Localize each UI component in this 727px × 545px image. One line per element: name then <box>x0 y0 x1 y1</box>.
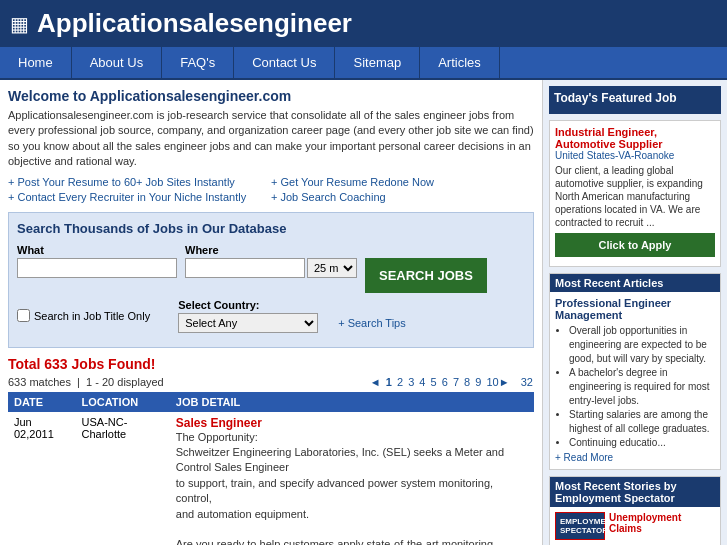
welcome-body: Applicationsalesengineer.com is job-rese… <box>8 108 534 170</box>
spectator-article-title[interactable]: Unemployment Claims <box>609 512 715 534</box>
where-label: Where <box>185 244 357 256</box>
featured-job-header: Today's Featured Job <box>549 86 721 114</box>
job-date: Jun 02,2011 <box>8 412 76 545</box>
matches-count: 633 matches <box>8 376 71 388</box>
featured-job-title[interactable]: Industrial Engineer, Automotive Supplier <box>555 126 715 150</box>
pagination-last[interactable]: 32 <box>521 376 533 388</box>
featured-job-location: United States-VA-Roanoke <box>555 150 715 161</box>
apply-button[interactable]: Click to Apply <box>555 233 715 257</box>
pagination-7[interactable]: 7 <box>453 376 459 388</box>
nav-home[interactable]: Home <box>0 47 72 78</box>
featured-job-desc: Our client, a leading global automotive … <box>555 164 715 229</box>
table-row: Jun 02,2011 USA-NC-Charlotte Sales Engin… <box>8 412 534 545</box>
promo-links-left: + Post Your Resume to 60+ Job Sites Inst… <box>8 176 271 206</box>
spectator-content: Unemployment Claims <box>609 512 715 534</box>
search-row-main: What Where 25 mi 10 mi 50 mi 100 mi <box>17 244 525 293</box>
col-detail: JOB DETAIL <box>170 392 534 412</box>
right-sidebar: Today's Featured Job Industrial Engineer… <box>542 80 727 545</box>
contact-recruiter-link[interactable]: + Contact Every Recruiter in Your Niche … <box>8 191 271 203</box>
job-title-only-checkbox[interactable] <box>17 309 30 322</box>
article-bullet-2: A bachelor's degree in engineering is re… <box>569 366 715 408</box>
results-info: 633 matches | 1 - 20 displayed <box>8 376 164 388</box>
spectator-heading: Most Recent Stories by Employment Specta… <box>550 477 720 507</box>
col-location: LOCATION <box>76 392 170 412</box>
col-date: DATE <box>8 392 76 412</box>
country-label: Select Country: <box>178 299 406 311</box>
search-heading: Search Thousands of Jobs in Our Database <box>17 221 525 236</box>
post-resume-link[interactable]: + Post Your Resume to 60+ Job Sites Inst… <box>8 176 271 188</box>
where-field: Where 25 mi 10 mi 50 mi 100 mi <box>185 244 357 278</box>
nav-articles[interactable]: Articles <box>420 47 500 78</box>
results-section: Total 633 Jobs Found! 633 matches | 1 - … <box>8 356 534 545</box>
main-container: Welcome to Applicationsalesengineer.com … <box>0 80 727 545</box>
results-heading: Total 633 Jobs Found! <box>8 356 534 372</box>
search-section: Search Thousands of Jobs in Our Database… <box>8 212 534 348</box>
search-jobs-button[interactable]: SEARCH JOBS <box>365 258 487 293</box>
table-header-row: DATE LOCATION JOB DETAIL <box>8 392 534 412</box>
pagination-1[interactable]: 1 <box>386 376 392 388</box>
read-more-link[interactable]: + Read More <box>555 452 613 463</box>
spectator-row: EMPLOYMENT SPECTATOR Unemployment Claims <box>555 512 715 540</box>
search-row-options: Search in Job Title Only Select Country:… <box>17 299 525 333</box>
search-tips-link[interactable]: + Search Tips <box>338 317 406 329</box>
article-bullets: Overall job opportunities in engineering… <box>569 324 715 450</box>
featured-heading: Today's Featured Job <box>554 91 716 105</box>
article-bullet-3: Starting salaries are among the highest … <box>569 408 715 436</box>
promo-links: + Post Your Resume to 60+ Job Sites Inst… <box>8 176 534 206</box>
nav-sitemap[interactable]: Sitemap <box>335 47 420 78</box>
site-title: Applicationsalesengineer <box>37 8 352 39</box>
article-bullet-1: Overall job opportunities in engineering… <box>569 324 715 366</box>
pagination-8[interactable]: 8 <box>464 376 470 388</box>
main-nav: Home About Us FAQ's Contact Us Sitemap A… <box>0 47 727 80</box>
what-input[interactable] <box>17 258 177 278</box>
pagination-9[interactable]: 9 <box>475 376 481 388</box>
promo-links-right: + Get Your Resume Redone Now + Job Searc… <box>271 176 534 206</box>
nav-about[interactable]: About Us <box>72 47 162 78</box>
logo-icon: ▦ <box>10 12 29 36</box>
job-detail: Sales Engineer The Opportunity:Schweitze… <box>170 412 534 545</box>
welcome-heading: Welcome to Applicationsalesengineer.com <box>8 88 534 104</box>
recent-articles-section: Most Recent Articles Professional Engine… <box>549 273 721 470</box>
spectator-section: Most Recent Stories by Employment Specta… <box>549 476 721 545</box>
country-select-group: Select Country: Select Any + Search Tips <box>178 299 406 333</box>
pagination-4[interactable]: 4 <box>419 376 425 388</box>
country-select[interactable]: Select Any <box>178 313 318 333</box>
article-title[interactable]: Professional Engineer Management <box>555 297 715 321</box>
welcome-section: Welcome to Applicationsalesengineer.com … <box>8 88 534 206</box>
pagination-2[interactable]: 2 <box>397 376 403 388</box>
pagination-3[interactable]: 3 <box>408 376 414 388</box>
what-label: What <box>17 244 177 256</box>
country-row: Select Country: Select Any + Search Tips <box>178 299 406 333</box>
resume-redone-link[interactable]: + Get Your Resume Redone Now <box>271 176 534 188</box>
display-range: 1 - 20 displayed <box>86 376 164 388</box>
miles-select[interactable]: 25 mi 10 mi 50 mi 100 mi <box>307 258 357 278</box>
pagination-prev[interactable]: ◄ <box>370 376 381 388</box>
articles-heading: Most Recent Articles <box>550 274 720 292</box>
job-title-only-label: Search in Job Title Only <box>34 310 150 322</box>
nav-faq[interactable]: FAQ's <box>162 47 234 78</box>
article-bullet-4: Continuing educatio... <box>569 436 715 450</box>
job-location: USA-NC-Charlotte <box>76 412 170 545</box>
jobs-table: DATE LOCATION JOB DETAIL Jun 02,2011 USA… <box>8 392 534 545</box>
job-description: The Opportunity:Schweitzer Engineering L… <box>176 430 528 545</box>
left-content: Welcome to Applicationsalesengineer.com … <box>0 80 542 545</box>
pagination-6[interactable]: 6 <box>442 376 448 388</box>
job-coaching-link[interactable]: + Job Search Coaching <box>271 191 534 203</box>
job-title[interactable]: Sales Engineer <box>176 416 528 430</box>
nav-contact[interactable]: Contact Us <box>234 47 335 78</box>
what-field: What <box>17 244 177 278</box>
pagination-5[interactable]: 5 <box>431 376 437 388</box>
pagination: ◄ 1 2 3 4 5 6 7 8 9 10► 32 <box>369 376 534 388</box>
job-title-checkbox-row: Search in Job Title Only <box>17 309 150 322</box>
header: ▦ Applicationsalesengineer <box>0 0 727 47</box>
featured-job-card: Industrial Engineer, Automotive Supplier… <box>549 120 721 267</box>
pagination-10[interactable]: 10► <box>486 376 509 388</box>
spectator-logo: EMPLOYMENT SPECTATOR <box>555 512 605 540</box>
where-input[interactable] <box>185 258 305 278</box>
